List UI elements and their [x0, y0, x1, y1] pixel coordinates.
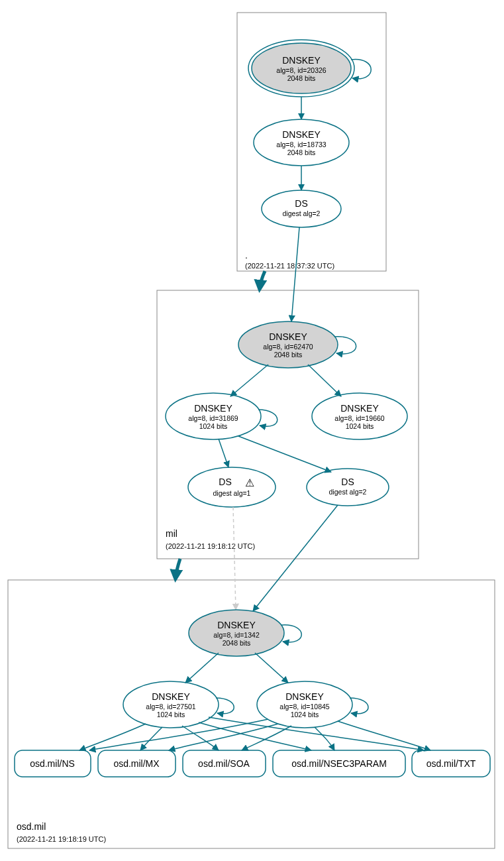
node-osd-ksk: DNSKEY alg=8, id=1342 2048 bits [189, 610, 284, 656]
svg-text:digest alg=2: digest alg=2 [283, 209, 321, 217]
edge-osd-ksk-zsk1 [185, 653, 219, 683]
svg-text:2048 bits: 2048 bits [223, 639, 251, 647]
svg-text:DNSKEY: DNSKEY [340, 403, 379, 414]
zone-timestamp-mil: (2022-11-21 19:18:12 UTC) [166, 542, 255, 550]
svg-text:alg=8, id=31869: alg=8, id=31869 [188, 414, 238, 422]
svg-text:2048 bits: 2048 bits [287, 148, 316, 156]
edge-zone-root-to-mil [260, 271, 265, 289]
svg-text:osd.mil/TXT: osd.mil/TXT [427, 758, 476, 769]
svg-text:alg=8, id=27501: alg=8, id=27501 [146, 703, 195, 711]
svg-text:1024 bits: 1024 bits [291, 711, 319, 718]
svg-text:osd.mil/MX: osd.mil/MX [113, 758, 160, 769]
node-mil-zsk1: DNSKEY alg=8, id=31869 1024 bits [166, 393, 261, 439]
svg-text:alg=8, id=19660: alg=8, id=19660 [334, 414, 384, 422]
edge-mil-zsk1-ds2 [238, 436, 331, 472]
svg-text:DNSKEY: DNSKEY [282, 55, 321, 66]
node-rr-mx: osd.mil/MX [98, 750, 176, 777]
svg-point-24 [188, 467, 276, 507]
zone-timestamp-root: (2022-11-21 18:37:32 UTC) [245, 262, 334, 270]
node-osd-zsk1: DNSKEY alg=8, id=27501 1024 bits [123, 681, 219, 728]
svg-text:DS: DS [219, 477, 231, 487]
zone-label-mil: mil [166, 528, 177, 539]
svg-text:alg=8, id=18733: alg=8, id=18733 [276, 141, 326, 148]
svg-text:2048 bits: 2048 bits [287, 74, 316, 82]
zone-label-osd: osd.mil [17, 821, 46, 832]
svg-text:digest alg=2: digest alg=2 [329, 488, 367, 496]
zone-timestamp-osd: (2022-11-21 19:18:19 UTC) [17, 835, 106, 843]
svg-text:DS: DS [295, 198, 307, 209]
edge-mil-zsk1-ds1 [219, 439, 228, 467]
svg-text:DNSKEY: DNSKEY [217, 620, 256, 630]
edge-mil-ksk-zsk2 [308, 365, 341, 396]
svg-point-9 [262, 190, 341, 227]
edge-osd-zsk2-soa [242, 726, 291, 750]
edge-osd-zsk2-txt [338, 721, 430, 750]
svg-text:DNSKEY: DNSKEY [152, 691, 190, 702]
svg-text:alg=8, id=62470: alg=8, id=62470 [263, 343, 313, 351]
svg-text:DS: DS [341, 477, 354, 487]
edge-zone-mil-to-osd [176, 559, 180, 579]
svg-text:DNSKEY: DNSKEY [194, 403, 232, 414]
node-root-ksk: DNSKEY alg=8, id=20326 2048 bits [248, 40, 354, 97]
node-mil-ds2: DS digest alg=2 [307, 469, 389, 506]
svg-text:osd.mil/NS: osd.mil/NS [30, 758, 75, 769]
node-rr-soa: osd.mil/SOA [183, 750, 266, 777]
svg-text:DNSKEY: DNSKEY [269, 331, 307, 342]
node-rr-txt: osd.mil/TXT [412, 750, 490, 777]
svg-text:alg=8, id=10845: alg=8, id=10845 [279, 703, 329, 711]
edge-osd-zsk2-nsec3 [315, 727, 334, 750]
svg-text:osd.mil/NSEC3PARAM: osd.mil/NSEC3PARAM [291, 758, 387, 769]
svg-text:1024 bits: 1024 bits [157, 711, 185, 718]
svg-text:1024 bits: 1024 bits [199, 422, 228, 430]
node-root-zsk: DNSKEY alg=8, id=18733 2048 bits [254, 119, 349, 166]
node-mil-ksk: DNSKEY alg=8, id=62470 2048 bits [238, 321, 338, 368]
svg-text:osd.mil/SOA: osd.mil/SOA [198, 758, 250, 769]
svg-text:DNSKEY: DNSKEY [282, 129, 321, 140]
node-rr-ns: osd.mil/NS [15, 750, 91, 777]
zone-label-root: . [245, 250, 248, 260]
node-mil-ds1: DS ⚠ digest alg=1 [188, 467, 276, 507]
svg-text:1024 bits: 1024 bits [346, 422, 374, 430]
svg-text:digest alg=1: digest alg=1 [213, 489, 251, 497]
edge-mil-ksk-zsk1 [230, 365, 268, 396]
node-rr-nsec3param: osd.mil/NSEC3PARAM [273, 750, 405, 777]
svg-text:DNSKEY: DNSKEY [285, 691, 324, 702]
edge-mil-ds2-to-osd-ksk [253, 505, 338, 611]
svg-text:alg=8, id=20326: alg=8, id=20326 [276, 66, 326, 74]
svg-point-27 [307, 469, 389, 506]
node-root-ds: DS digest alg=2 [262, 190, 341, 227]
warn-icon: ⚠ [245, 477, 254, 488]
svg-text:alg=8, id=1342: alg=8, id=1342 [213, 631, 260, 639]
edge-root-ds-to-mil-ksk [291, 227, 299, 321]
node-mil-zsk2: DNSKEY alg=8, id=19660 1024 bits [312, 393, 407, 439]
edge-osd-ksk-zsk2 [255, 653, 288, 683]
svg-text:2048 bits: 2048 bits [274, 351, 303, 359]
